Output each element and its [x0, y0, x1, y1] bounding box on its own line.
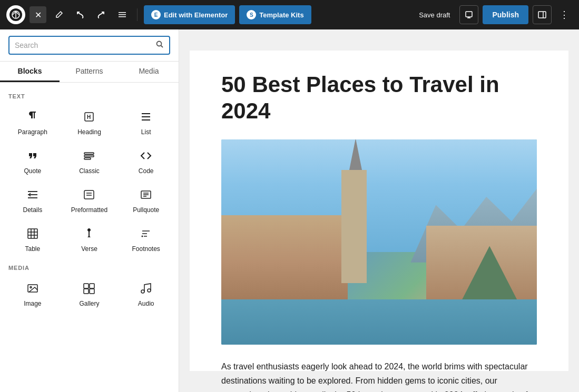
block-item-pullquote[interactable]: Pullquote — [117, 180, 174, 219]
verse-icon — [83, 227, 95, 242]
code-label: Code — [139, 167, 154, 175]
code-icon — [140, 149, 152, 164]
topbar-divider — [137, 8, 138, 21]
text-section-label: TEXT — [0, 87, 179, 103]
media-blocks-grid: Image Gallery — [0, 274, 179, 313]
edit-with-elementor-button[interactable]: E Edit with Elementor — [144, 5, 235, 24]
block-item-footnotes[interactable]: Footnotes — [117, 219, 174, 258]
list-label: List — [141, 128, 151, 136]
main-layout: Blocks Patterns Media TEXT Paragraph — [0, 29, 579, 392]
quote-icon — [26, 149, 39, 164]
block-item-quote[interactable]: Quote — [4, 142, 61, 180]
blocks-panel: TEXT Paragraph H Heading — [0, 83, 179, 392]
block-item-table[interactable]: Table — [4, 219, 61, 258]
svg-rect-2 — [119, 12, 126, 13]
quote-label: Quote — [24, 167, 41, 175]
gallery-label: Gallery — [79, 300, 99, 307]
svg-point-45 — [141, 290, 144, 293]
block-item-heading[interactable]: H Heading — [61, 103, 118, 142]
elementor-button-label: Edit with Elementor — [164, 11, 228, 19]
media-section-label: MEDIA — [0, 258, 179, 274]
block-item-paragraph[interactable]: Paragraph — [4, 103, 61, 142]
svg-rect-8 — [538, 12, 546, 18]
svg-rect-5 — [466, 12, 472, 17]
svg-rect-44 — [90, 289, 94, 294]
svg-point-10 — [157, 42, 162, 46]
list-view-button[interactable] — [114, 6, 131, 23]
publish-button[interactable]: Publish — [483, 5, 528, 24]
classic-label: Classic — [79, 167, 100, 175]
svg-point-40 — [30, 287, 32, 288]
block-item-audio[interactable]: Audio — [117, 274, 174, 313]
template-kits-button[interactable]: S Template Kits — [239, 5, 311, 24]
heading-label: Heading — [77, 128, 101, 136]
block-item-verse[interactable]: Verse — [61, 219, 118, 258]
table-icon — [26, 227, 39, 242]
audio-label: Audio — [138, 300, 154, 307]
audio-icon — [140, 282, 152, 297]
verse-label: Verse — [81, 245, 97, 253]
save-draft-button[interactable]: Save draft — [414, 8, 455, 22]
sidebar: Blocks Patterns Media TEXT Paragraph — [0, 29, 179, 392]
svg-rect-15 — [142, 116, 150, 117]
svg-rect-16 — [142, 119, 150, 120]
block-item-gallery[interactable]: Gallery — [61, 274, 118, 313]
sidebar-toggle-button[interactable] — [533, 5, 552, 24]
block-item-list[interactable]: List — [117, 103, 174, 142]
hero-water — [221, 299, 537, 345]
svg-text:H: H — [87, 114, 91, 120]
paragraph-label: Paragraph — [18, 128, 47, 136]
svg-rect-43 — [84, 289, 89, 294]
footnotes-icon — [140, 227, 152, 242]
sidebar-tabs: Blocks Patterns Media — [0, 62, 179, 83]
image-label: Image — [24, 300, 41, 307]
search-input[interactable] — [15, 41, 151, 49]
image-icon — [26, 282, 39, 297]
search-icon — [155, 40, 164, 51]
topbar: ✕ E Edit with Elementor S Template Kits … — [0, 0, 579, 29]
editor-canvas: 50 Best Places to Travel in 2024 As trav… — [190, 51, 568, 371]
more-options-button[interactable]: ⋮ — [556, 6, 573, 23]
list-icon — [140, 110, 152, 125]
close-button[interactable]: ✕ — [30, 6, 46, 23]
redo-button[interactable] — [93, 6, 110, 23]
svg-rect-30 — [28, 229, 37, 238]
block-item-code[interactable]: Code — [117, 142, 174, 180]
details-label: Details — [23, 206, 42, 214]
sidebar-search-area — [0, 29, 179, 62]
svg-rect-23 — [84, 190, 94, 199]
block-item-classic[interactable]: Classic — [61, 142, 118, 180]
elementor-badge: E — [151, 10, 161, 19]
svg-point-46 — [148, 289, 151, 292]
classic-icon — [83, 149, 95, 164]
table-label: Table — [25, 245, 40, 253]
tab-blocks[interactable]: Blocks — [0, 62, 60, 82]
undo-button[interactable] — [72, 6, 89, 23]
svg-rect-42 — [90, 284, 94, 288]
text-blocks-grid: Paragraph H Heading — [0, 103, 179, 258]
hero-church — [341, 170, 367, 283]
wp-logo[interactable] — [6, 5, 25, 24]
block-item-preformatted[interactable]: Preformatted — [61, 180, 118, 219]
block-item-details[interactable]: Details — [4, 180, 61, 219]
pullquote-label: Pullquote — [133, 206, 159, 214]
tab-media[interactable]: Media — [119, 62, 179, 82]
svg-rect-4 — [119, 16, 126, 17]
svg-rect-17 — [84, 153, 94, 154]
hero-buildings-left — [221, 215, 348, 308]
content-area: 50 Best Places to Travel in 2024 As trav… — [179, 29, 579, 392]
footnotes-label: Footnotes — [132, 245, 160, 253]
tab-patterns[interactable]: Patterns — [60, 62, 119, 82]
svg-rect-18 — [84, 155, 94, 157]
svg-rect-19 — [84, 158, 91, 159]
pen-icon-button[interactable] — [51, 6, 67, 23]
wp-logo-inner — [9, 8, 22, 21]
svg-rect-14 — [142, 113, 150, 114]
svg-point-37 — [142, 236, 143, 237]
template-badge: S — [247, 10, 256, 19]
preview-button[interactable] — [459, 5, 478, 24]
svg-rect-41 — [84, 284, 89, 288]
hero-image — [221, 139, 537, 345]
preformatted-label: Preformatted — [71, 206, 107, 214]
block-item-image[interactable]: Image — [4, 274, 61, 313]
